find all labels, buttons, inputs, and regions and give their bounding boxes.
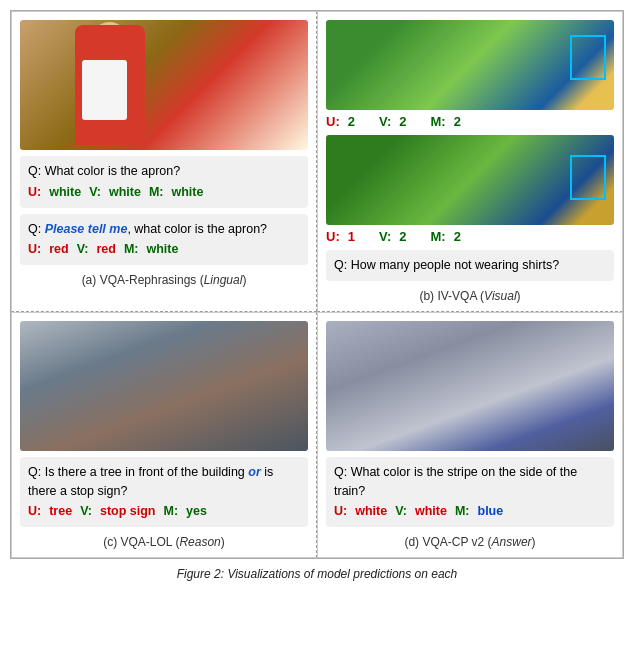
score-line-d: U: white V: white M: blue: [334, 502, 606, 521]
b2-m-label: M:: [430, 229, 445, 244]
u-label-a1: U:: [28, 183, 41, 202]
b1-v-val: 2: [399, 114, 406, 129]
text-box-a2: Q: Please tell me, what color is the apr…: [20, 214, 308, 266]
score-line-b1: U: 2 V: 2 M: 2: [326, 114, 614, 129]
q2-suffix: , what color is the apron?: [127, 222, 267, 236]
u-label-a2: U:: [28, 240, 41, 259]
d-m-val: blue: [478, 502, 504, 521]
c-v-val: stop sign: [100, 502, 156, 521]
text-box-a1: Q: What color is the apron? U: white V: …: [20, 156, 308, 208]
b2-v-val: 2: [399, 229, 406, 244]
c-q-italic: or: [248, 465, 261, 479]
b1-v-label: V:: [379, 114, 391, 129]
d-u-val: white: [355, 502, 387, 521]
cell-a: Q: What color is the apron? U: white V: …: [11, 11, 317, 312]
score-line-a2: U: red V: red M: white: [28, 240, 300, 259]
cell-d: Q: What color is the stripe on the side …: [317, 312, 623, 558]
m-label-a1: M:: [149, 183, 164, 202]
img-c-placeholder: [20, 321, 308, 451]
q2-italic: Please tell me: [45, 222, 128, 236]
b1-m-val: 2: [454, 114, 461, 129]
v-label-a1: V:: [89, 183, 101, 202]
score-line-b2: U: 1 V: 2 M: 2: [326, 229, 614, 244]
q2-line: Q: Please tell me, what color is the apr…: [28, 220, 300, 239]
caption-d: (d) VQA-CP v2 (Answer): [326, 535, 614, 549]
score-line-c: U: tree V: stop sign M: yes: [28, 502, 300, 521]
b-q-text: Q: How many people not wearing shirts?: [334, 258, 559, 272]
v1-val: white: [109, 183, 141, 202]
image-a: [20, 20, 308, 150]
b2-m-val: 2: [454, 229, 461, 244]
img-a-placeholder: [20, 20, 308, 150]
d-u-label: U:: [334, 502, 347, 521]
c-u-val: tree: [49, 502, 72, 521]
image-b1: [326, 20, 614, 110]
caption-b: (b) IV-VQA (Visual): [326, 289, 614, 303]
main-container: Q: What color is the apron? U: white V: …: [0, 0, 634, 591]
text-box-d: Q: What color is the stripe on the side …: [326, 457, 614, 527]
b1-bbox: [570, 35, 606, 80]
m2-val: white: [147, 240, 179, 259]
b-sub-top: U: 2 V: 2 M: 2: [326, 20, 614, 129]
b1-m-label: M:: [430, 114, 445, 129]
d-m-label: M:: [455, 502, 470, 521]
b2-u-val: 1: [348, 229, 355, 244]
c-q-line: Q: Is there a tree in front of the build…: [28, 463, 300, 501]
u2-val: red: [49, 240, 68, 259]
img-d-placeholder: [326, 321, 614, 451]
c-v-label: V:: [80, 502, 92, 521]
text-box-b: Q: How many people not wearing shirts?: [326, 250, 614, 281]
cell-c: Q: Is there a tree in front of the build…: [11, 312, 317, 558]
q2-prefix: Q:: [28, 222, 45, 236]
v2-val: red: [96, 240, 115, 259]
b-sub-bottom: U: 1 V: 2 M: 2: [326, 135, 614, 244]
caption-a: (a) VQA-Rephrasings (Lingual): [20, 273, 308, 287]
b2-v-label: V:: [379, 229, 391, 244]
cell-b: U: 2 V: 2 M: 2 U: 1 V:: [317, 11, 623, 312]
img-b2-placeholder: [326, 135, 614, 225]
figure-grid: Q: What color is the apron? U: white V: …: [10, 10, 624, 559]
b1-u-val: 2: [348, 114, 355, 129]
q1-text: Q: What color is the apron?: [28, 164, 180, 178]
b2-u-label: U:: [326, 229, 340, 244]
v-label-a2: V:: [77, 240, 89, 259]
image-c: [20, 321, 308, 451]
img-b1-placeholder: [326, 20, 614, 110]
figure-caption: Figure 2: Visualizations of model predic…: [10, 567, 624, 581]
caption-c: (c) VQA-LOL (Reason): [20, 535, 308, 549]
m-label-a2: M:: [124, 240, 139, 259]
b1-u-label: U:: [326, 114, 340, 129]
text-box-c: Q: Is there a tree in front of the build…: [20, 457, 308, 527]
image-b2: [326, 135, 614, 225]
d-q-line: Q: What color is the stripe on the side …: [334, 463, 606, 501]
d-v-val: white: [415, 502, 447, 521]
c-m-val: yes: [186, 502, 207, 521]
c-q-text: Q: Is there a tree in front of the build…: [28, 465, 248, 479]
u1-val: white: [49, 183, 81, 202]
b2-bbox: [570, 155, 606, 200]
d-q-text: Q: What color is the stripe on the side …: [334, 465, 577, 498]
m1-val: white: [172, 183, 204, 202]
score-line-a1: U: white V: white M: white: [28, 183, 300, 202]
image-d: [326, 321, 614, 451]
d-v-label: V:: [395, 502, 407, 521]
q1-line: Q: What color is the apron?: [28, 162, 300, 181]
c-m-label: M:: [164, 502, 179, 521]
c-u-label: U:: [28, 502, 41, 521]
